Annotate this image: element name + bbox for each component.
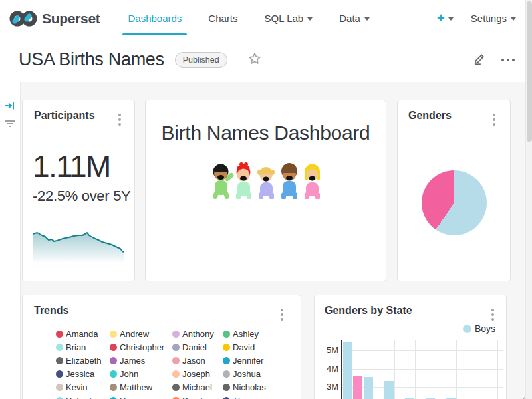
boys-legend-item[interactable]: Boys xyxy=(463,323,495,334)
legend-label: Joseph xyxy=(182,369,210,379)
legend-item[interactable]: Jason xyxy=(172,354,223,367)
trends-card: Trends AmandaAndrewAnthonyAshleyBrianChr… xyxy=(22,295,301,399)
legend-item[interactable]: Elizabeth xyxy=(56,354,110,367)
legend-dot xyxy=(223,370,230,378)
published-badge[interactable]: Published xyxy=(175,52,227,68)
nav-data[interactable]: Data xyxy=(326,0,383,37)
favorite-star-icon[interactable] xyxy=(247,51,262,68)
expand-filter-bar-icon[interactable] xyxy=(5,101,15,113)
legend-label: David xyxy=(233,342,255,352)
legend-label: Jennifer xyxy=(233,356,263,366)
legend-label: Michael xyxy=(182,382,212,392)
gridline xyxy=(415,340,416,399)
legend-dot xyxy=(172,397,180,399)
kebab-menu-icon[interactable] xyxy=(490,111,498,128)
more-actions-icon[interactable] xyxy=(499,56,517,64)
legend-label: Kevin xyxy=(66,382,88,392)
y-axis-tick-label: 4M xyxy=(316,364,338,374)
navbar: Superset Dashboards Charts SQL Lab Data … xyxy=(0,0,532,37)
nav-sql-lab[interactable]: SQL Lab xyxy=(251,0,327,37)
legend-dot xyxy=(223,397,230,399)
legend-item[interactable]: David xyxy=(223,340,296,354)
legend-item[interactable]: Robert xyxy=(56,394,110,399)
chevron-down-icon xyxy=(511,17,516,21)
genders-pie-chart[interactable] xyxy=(422,170,487,235)
legend-item[interactable]: Brian xyxy=(56,340,110,354)
trends-legend: AmandaAndrewAnthonyAshleyBrianChristophe… xyxy=(56,327,296,399)
gridline xyxy=(436,340,436,399)
edit-pencil-icon[interactable] xyxy=(472,51,487,68)
legend-dot xyxy=(56,331,63,338)
markdown-heading: Birth Names Dashboard xyxy=(146,122,386,144)
legend-dot xyxy=(223,344,230,351)
navbar-right: + Settings xyxy=(437,11,516,26)
kids-illustration xyxy=(209,160,323,201)
legend-item[interactable]: Jessica xyxy=(56,367,110,380)
bar-girls[interactable] xyxy=(353,376,362,399)
participants-sparkline-chart[interactable] xyxy=(33,230,127,262)
settings-menu[interactable]: Settings xyxy=(471,13,516,24)
legend-dot xyxy=(223,357,230,364)
gridline xyxy=(503,340,503,399)
bar-boys[interactable] xyxy=(343,342,352,399)
legend-dot xyxy=(56,384,63,391)
legend-label: Robert xyxy=(66,396,92,399)
bar-boys[interactable] xyxy=(384,381,394,399)
legend-item[interactable]: Joseph xyxy=(172,367,223,380)
legend-dot xyxy=(463,325,471,333)
superset-logo[interactable]: Superset xyxy=(9,9,100,29)
legend-item[interactable]: Thomas xyxy=(223,394,296,399)
gridline xyxy=(342,350,503,351)
page-scrollbar[interactable] xyxy=(525,0,532,399)
participants-card: Participants 1.11M -22.5% over 5Y xyxy=(22,100,135,281)
legend-label: Jessica xyxy=(66,369,94,379)
legend-label: Brian xyxy=(66,342,86,352)
kebab-menu-icon[interactable] xyxy=(116,111,124,128)
legend-item[interactable]: Sarah xyxy=(172,394,223,399)
kebab-menu-icon[interactable] xyxy=(278,306,286,323)
legend-label: Joshua xyxy=(233,369,261,379)
filter-funnel-icon[interactable] xyxy=(4,119,16,131)
legend-item[interactable]: Christopher xyxy=(110,340,172,354)
legend-dot xyxy=(223,331,230,338)
legend-dot xyxy=(56,357,63,364)
legend-item[interactable]: Nicholas xyxy=(223,380,296,394)
legend-label: Jason xyxy=(182,356,205,366)
legend-dot xyxy=(110,331,117,338)
card-title: Genders by State xyxy=(325,305,412,317)
new-item-button[interactable]: + xyxy=(437,11,454,26)
legend-dot xyxy=(223,384,230,391)
nav-dashboards[interactable]: Dashboards xyxy=(114,0,195,37)
legend-item[interactable]: Anthony xyxy=(172,327,223,340)
legend-item[interactable]: Matthew xyxy=(110,380,172,394)
bar-boys[interactable] xyxy=(364,377,373,399)
genders-by-state-bar-chart[interactable] xyxy=(341,340,503,399)
gridline xyxy=(456,340,457,399)
gridline xyxy=(394,340,395,399)
legend-dot xyxy=(56,344,63,351)
legend-dot xyxy=(56,370,63,378)
kebab-menu-icon[interactable] xyxy=(489,306,497,323)
legend-item[interactable]: Ashley xyxy=(223,327,296,340)
chevron-down-icon xyxy=(364,17,370,21)
legend-item[interactable]: Amanda xyxy=(56,327,110,340)
scrollbar-thumb[interactable] xyxy=(527,1,532,142)
legend-dot xyxy=(110,357,117,364)
legend-item[interactable]: John xyxy=(110,367,172,380)
legend-item[interactable]: Jennifer xyxy=(223,354,296,367)
legend-item[interactable]: James xyxy=(110,354,172,367)
legend-item[interactable]: Daniel xyxy=(172,340,223,354)
legend-label: Elizabeth xyxy=(66,356,101,366)
big-number-value: 1.11M xyxy=(33,148,110,184)
legend-item[interactable]: Joshua xyxy=(223,367,296,380)
legend-item[interactable]: Kevin xyxy=(56,380,110,394)
genders-by-state-card: Genders by State Boys 5M4M3M xyxy=(314,295,507,399)
gridline xyxy=(342,369,503,370)
dashboard-header: USA Births Names Published xyxy=(0,37,532,82)
legend-item[interactable]: Michael xyxy=(172,380,223,394)
y-axis-line xyxy=(341,340,342,399)
legend-item[interactable]: Ryan xyxy=(110,394,172,399)
legend-item[interactable]: Andrew xyxy=(110,327,172,340)
gridline xyxy=(374,340,374,399)
nav-charts[interactable]: Charts xyxy=(195,0,251,37)
